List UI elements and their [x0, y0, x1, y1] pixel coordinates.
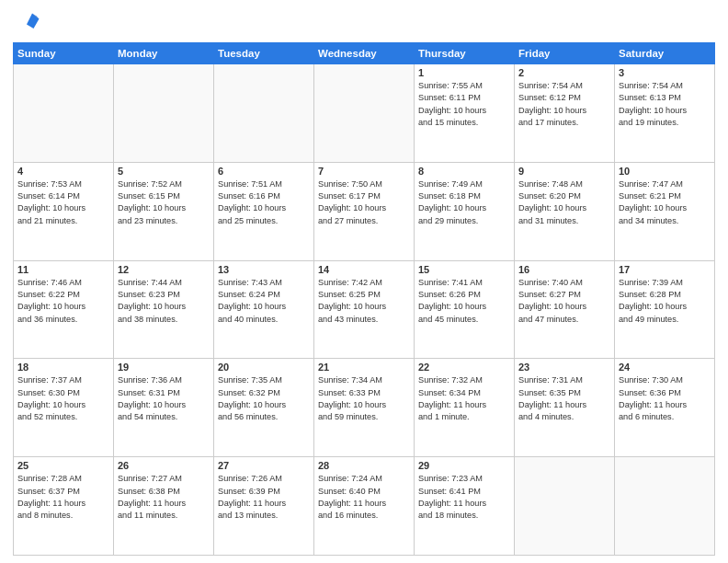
day-number: 22 — [418, 362, 510, 373]
day-info: Sunrise: 7:54 AM Sunset: 6:12 PM Dayligh… — [518, 80, 610, 129]
day-cell: 12Sunrise: 7:44 AM Sunset: 6:23 PM Dayli… — [114, 260, 214, 359]
day-number: 24 — [619, 362, 711, 373]
week-row-2: 4Sunrise: 7:53 AM Sunset: 6:14 PM Daylig… — [14, 162, 715, 260]
day-cell — [114, 64, 214, 163]
day-cell — [615, 457, 715, 556]
day-number: 9 — [518, 166, 610, 177]
day-number: 2 — [518, 67, 610, 78]
day-info: Sunrise: 7:32 AM Sunset: 6:34 PM Dayligh… — [418, 374, 510, 423]
day-info: Sunrise: 7:49 AM Sunset: 6:18 PM Dayligh… — [418, 178, 510, 227]
day-cell: 29Sunrise: 7:23 AM Sunset: 6:41 PM Dayli… — [415, 457, 515, 556]
day-cell: 6Sunrise: 7:51 AM Sunset: 6:16 PM Daylig… — [214, 162, 314, 260]
weekday-header-friday: Friday — [515, 43, 615, 64]
day-cell: 4Sunrise: 7:53 AM Sunset: 6:14 PM Daylig… — [14, 162, 114, 260]
day-number: 10 — [619, 166, 711, 177]
day-info: Sunrise: 7:28 AM Sunset: 6:37 PM Dayligh… — [17, 473, 109, 522]
day-cell: 2Sunrise: 7:54 AM Sunset: 6:12 PM Daylig… — [515, 64, 615, 163]
day-number: 1 — [418, 67, 510, 78]
day-number: 17 — [619, 264, 711, 275]
calendar-table: SundayMondayTuesdayWednesdayThursdayFrid… — [13, 42, 715, 556]
week-row-5: 25Sunrise: 7:28 AM Sunset: 6:37 PM Dayli… — [14, 457, 715, 556]
logo-area — [13, 9, 44, 37]
weekday-header-tuesday: Tuesday — [214, 43, 314, 64]
day-cell: 18Sunrise: 7:37 AM Sunset: 6:30 PM Dayli… — [14, 359, 114, 457]
day-number: 4 — [17, 166, 109, 177]
day-info: Sunrise: 7:47 AM Sunset: 6:21 PM Dayligh… — [619, 178, 711, 227]
day-number: 15 — [418, 264, 510, 275]
day-cell: 13Sunrise: 7:43 AM Sunset: 6:24 PM Dayli… — [214, 260, 314, 359]
day-cell — [515, 457, 615, 556]
day-number: 26 — [118, 460, 210, 471]
day-number: 12 — [118, 264, 210, 275]
day-cell — [214, 64, 314, 163]
day-cell: 1Sunrise: 7:55 AM Sunset: 6:11 PM Daylig… — [415, 64, 515, 163]
day-cell: 17Sunrise: 7:39 AM Sunset: 6:28 PM Dayli… — [615, 260, 715, 359]
day-number: 14 — [318, 264, 410, 275]
day-cell: 21Sunrise: 7:34 AM Sunset: 6:33 PM Dayli… — [314, 359, 415, 457]
day-info: Sunrise: 7:26 AM Sunset: 6:39 PM Dayligh… — [218, 473, 310, 522]
day-number: 27 — [218, 460, 310, 471]
day-cell: 3Sunrise: 7:54 AM Sunset: 6:13 PM Daylig… — [615, 64, 715, 163]
day-info: Sunrise: 7:37 AM Sunset: 6:30 PM Dayligh… — [17, 374, 109, 423]
day-info: Sunrise: 7:41 AM Sunset: 6:26 PM Dayligh… — [418, 277, 510, 326]
day-number: 5 — [118, 166, 210, 177]
week-row-4: 18Sunrise: 7:37 AM Sunset: 6:30 PM Dayli… — [14, 359, 715, 457]
day-cell: 19Sunrise: 7:36 AM Sunset: 6:31 PM Dayli… — [114, 359, 214, 457]
day-info: Sunrise: 7:55 AM Sunset: 6:11 PM Dayligh… — [418, 80, 510, 129]
weekday-header-wednesday: Wednesday — [314, 43, 415, 64]
generalblue-logo-icon — [13, 9, 40, 37]
day-info: Sunrise: 7:24 AM Sunset: 6:40 PM Dayligh… — [318, 473, 410, 522]
day-number: 23 — [518, 362, 610, 373]
day-info: Sunrise: 7:53 AM Sunset: 6:14 PM Dayligh… — [17, 178, 109, 227]
day-number: 8 — [418, 166, 510, 177]
day-number: 20 — [218, 362, 310, 373]
day-info: Sunrise: 7:40 AM Sunset: 6:27 PM Dayligh… — [518, 277, 610, 326]
day-cell: 9Sunrise: 7:48 AM Sunset: 6:20 PM Daylig… — [515, 162, 615, 260]
page: SundayMondayTuesdayWednesdayThursdayFrid… — [0, 0, 728, 563]
day-info: Sunrise: 7:42 AM Sunset: 6:25 PM Dayligh… — [318, 277, 410, 326]
day-number: 13 — [218, 264, 310, 275]
weekday-header-saturday: Saturday — [615, 43, 715, 64]
day-info: Sunrise: 7:48 AM Sunset: 6:20 PM Dayligh… — [518, 178, 610, 227]
day-number: 25 — [17, 460, 109, 471]
weekday-header-monday: Monday — [114, 43, 214, 64]
weekday-header-sunday: Sunday — [14, 43, 114, 64]
day-info: Sunrise: 7:44 AM Sunset: 6:23 PM Dayligh… — [118, 277, 210, 326]
day-cell: 20Sunrise: 7:35 AM Sunset: 6:32 PM Dayli… — [214, 359, 314, 457]
day-info: Sunrise: 7:43 AM Sunset: 6:24 PM Dayligh… — [218, 277, 310, 326]
day-info: Sunrise: 7:35 AM Sunset: 6:32 PM Dayligh… — [218, 374, 310, 423]
day-number: 18 — [17, 362, 109, 373]
day-number: 7 — [318, 166, 410, 177]
day-cell: 22Sunrise: 7:32 AM Sunset: 6:34 PM Dayli… — [415, 359, 515, 457]
day-number: 6 — [218, 166, 310, 177]
day-info: Sunrise: 7:50 AM Sunset: 6:17 PM Dayligh… — [318, 178, 410, 227]
svg-marker-0 — [27, 14, 40, 29]
day-number: 29 — [418, 460, 510, 471]
weekday-header-row: SundayMondayTuesdayWednesdayThursdayFrid… — [14, 43, 715, 64]
day-cell: 11Sunrise: 7:46 AM Sunset: 6:22 PM Dayli… — [14, 260, 114, 359]
day-number: 3 — [619, 67, 711, 78]
day-info: Sunrise: 7:30 AM Sunset: 6:36 PM Dayligh… — [619, 374, 711, 423]
header — [13, 9, 715, 37]
week-row-1: 1Sunrise: 7:55 AM Sunset: 6:11 PM Daylig… — [14, 64, 715, 163]
day-cell: 5Sunrise: 7:52 AM Sunset: 6:15 PM Daylig… — [114, 162, 214, 260]
day-cell: 14Sunrise: 7:42 AM Sunset: 6:25 PM Dayli… — [314, 260, 415, 359]
day-cell: 10Sunrise: 7:47 AM Sunset: 6:21 PM Dayli… — [615, 162, 715, 260]
weekday-header-thursday: Thursday — [415, 43, 515, 64]
day-cell: 27Sunrise: 7:26 AM Sunset: 6:39 PM Dayli… — [214, 457, 314, 556]
day-cell: 25Sunrise: 7:28 AM Sunset: 6:37 PM Dayli… — [14, 457, 114, 556]
day-cell: 8Sunrise: 7:49 AM Sunset: 6:18 PM Daylig… — [415, 162, 515, 260]
day-cell: 28Sunrise: 7:24 AM Sunset: 6:40 PM Dayli… — [314, 457, 415, 556]
day-cell: 23Sunrise: 7:31 AM Sunset: 6:35 PM Dayli… — [515, 359, 615, 457]
day-number: 28 — [318, 460, 410, 471]
day-number: 19 — [118, 362, 210, 373]
day-cell: 16Sunrise: 7:40 AM Sunset: 6:27 PM Dayli… — [515, 260, 615, 359]
day-number: 21 — [318, 362, 410, 373]
day-info: Sunrise: 7:27 AM Sunset: 6:38 PM Dayligh… — [118, 473, 210, 522]
day-cell: 26Sunrise: 7:27 AM Sunset: 6:38 PM Dayli… — [114, 457, 214, 556]
day-info: Sunrise: 7:54 AM Sunset: 6:13 PM Dayligh… — [619, 80, 711, 129]
day-info: Sunrise: 7:39 AM Sunset: 6:28 PM Dayligh… — [619, 277, 711, 326]
day-info: Sunrise: 7:34 AM Sunset: 6:33 PM Dayligh… — [318, 374, 410, 423]
day-info: Sunrise: 7:36 AM Sunset: 6:31 PM Dayligh… — [118, 374, 210, 423]
day-cell: 15Sunrise: 7:41 AM Sunset: 6:26 PM Dayli… — [415, 260, 515, 359]
